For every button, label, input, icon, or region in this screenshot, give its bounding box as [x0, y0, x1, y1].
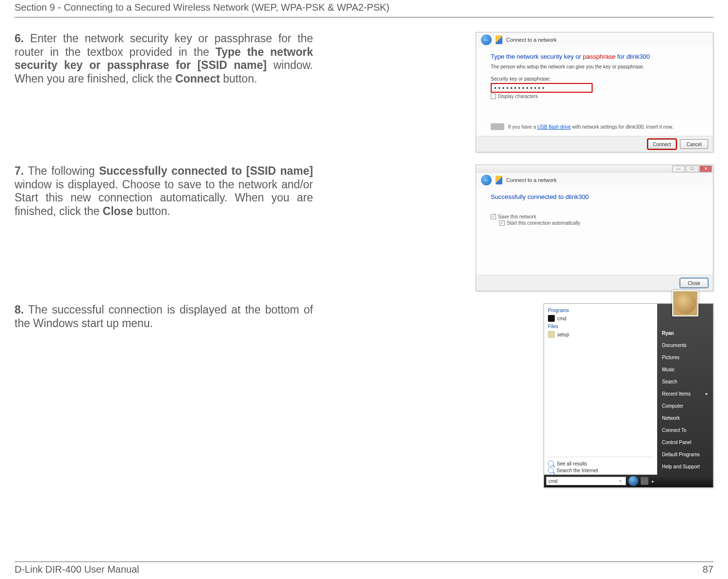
sidebar-item-music[interactable]: Music [662, 364, 708, 375]
usb-hint-a: If you have a [508, 124, 537, 130]
start-search-input[interactable]: cmd × [546, 477, 626, 485]
success-title: Successfully connected to dlink300 [491, 193, 698, 200]
search-icon [548, 467, 554, 473]
step-7-b1: Successfully connected to [SSID name] [99, 165, 313, 177]
step-6-p3: button. [220, 72, 257, 85]
sidebar-item-connect-to[interactable]: Connect To [662, 425, 708, 435]
sidebar-item-documents[interactable]: Documents [662, 340, 708, 350]
search-icon [548, 461, 554, 466]
display-characters-label: Display characters [498, 94, 538, 99]
step-6-screenshot: ← Connect to a network Type the network … [313, 32, 713, 152]
cmd-icon [548, 315, 555, 322]
clear-icon[interactable]: × [617, 478, 624, 484]
shield-icon [496, 176, 502, 184]
program-cmd-label: cmd [557, 316, 566, 321]
start-menu: Programs cmd Files setup [544, 303, 713, 488]
sidebar-item-search[interactable]: Search [662, 377, 708, 387]
sidebar-item-pictures[interactable]: Pictures [662, 352, 708, 363]
power-button[interactable] [628, 476, 639, 486]
start-menu-right: Ryan Documents Pictures Music Search Rec… [657, 304, 713, 475]
step-8-screenshot: Programs cmd Files setup [480, 303, 713, 488]
sidebar-item-user[interactable]: Ryan [662, 328, 708, 338]
field-label: Security key or passphrase: [491, 76, 698, 82]
chevron-right-icon: ▸ [706, 391, 708, 397]
search-internet[interactable]: Search the Internet [548, 467, 653, 474]
auto-start-label: Start this connection automatically [507, 220, 580, 226]
maximize-button[interactable]: ☐ [686, 165, 698, 172]
usb-link[interactable]: USB flash drive [537, 124, 571, 130]
save-network-checkbox[interactable] [491, 214, 496, 219]
close-window-button[interactable]: ✕ [699, 165, 712, 172]
sidebar-item-computer[interactable]: Computer [662, 401, 708, 411]
section-header: Section 9 - Connecting to a Secured Wire… [15, 0, 713, 17]
step-8-p1: The successful connection is displayed a… [15, 303, 313, 330]
connect-button[interactable]: Connect [648, 139, 676, 149]
step-8-number: 8. [15, 303, 24, 316]
dialog-nav: ← Connect to a network [476, 173, 713, 187]
divider [548, 457, 653, 457]
footer-left: D-Link DIR-400 User Manual [15, 564, 139, 575]
lock-icon[interactable] [641, 477, 648, 485]
chevron-right-icon[interactable]: ▸ [650, 477, 655, 485]
usb-hint-b: with network settings for dlink300, inse… [571, 124, 673, 130]
back-icon[interactable]: ← [481, 175, 492, 185]
titlebar: — ☐ ✕ [476, 165, 713, 173]
dialog-nav: ← Connect to a network [476, 33, 713, 47]
security-key-input[interactable]: ••••••••••••• [491, 83, 593, 93]
files-heading: Files [548, 324, 653, 329]
step-7-number: 7. [15, 165, 24, 177]
step-8-row: 8. The successful connection is displaye… [15, 303, 713, 488]
dialog-success: — ☐ ✕ ← Connect to a network Successfull… [476, 165, 713, 291]
dialog-title: Type the network security key or passphr… [491, 53, 698, 60]
sidebar-item-control-panel[interactable]: Control Panel [662, 437, 708, 447]
step-6-b2: Connect [175, 72, 220, 85]
sidebar-item-network[interactable]: Network [662, 413, 708, 423]
see-all-label: See all results [557, 461, 587, 466]
step-6-number: 6. [15, 32, 24, 45]
dialog-security-key: ← Connect to a network Type the network … [476, 32, 713, 152]
cancel-button[interactable]: Cancel [680, 139, 708, 149]
usb-hint: If you have a USB flash drive with netwo… [508, 124, 673, 130]
dialog-nav-label: Connect to a network [506, 177, 557, 183]
step-7-p3: button. [133, 205, 170, 217]
page-footer: D-Link DIR-400 User Manual 87 [15, 562, 713, 575]
step-6-row: 6. Enter the network security key or pas… [15, 32, 713, 152]
step-7-row: 7. The following Successfully connected … [15, 165, 713, 291]
dialog-title-b: passphrase [583, 53, 617, 60]
programs-heading: Programs [548, 308, 653, 313]
footer-page-number: 87 [703, 564, 713, 575]
dialog-subtext: The person who setup the network can giv… [491, 64, 698, 69]
minimize-button[interactable]: — [672, 165, 685, 172]
shield-icon [496, 35, 502, 44]
step-7-p1: The following [24, 165, 99, 177]
see-all-results[interactable]: See all results [548, 460, 653, 467]
display-characters-checkbox[interactable] [491, 94, 496, 99]
dialog-nav-label: Connect to a network [506, 37, 557, 43]
taskbar: cmd × ▸ [544, 475, 713, 487]
step-7-text: 7. The following Successfully connected … [15, 165, 313, 218]
start-menu-left: Programs cmd Files setup [544, 304, 657, 475]
back-icon[interactable]: ← [481, 34, 492, 45]
sidebar-item-recent[interactable]: Recent Items▸ [662, 389, 708, 399]
sidebar-item-default-programs[interactable]: Default Programs [662, 449, 708, 460]
sidebar-item-help[interactable]: Help and Support [662, 462, 708, 472]
file-setup-label: setup [557, 332, 569, 337]
usb-icon [491, 123, 504, 130]
search-input-value: cmd [548, 479, 558, 484]
search-internet-label: Search the Internet [557, 468, 598, 473]
recent-label: Recent Items [662, 391, 691, 397]
step-6-text: 6. Enter the network security key or pas… [15, 32, 313, 85]
file-item-setup[interactable]: setup [548, 330, 653, 339]
step-8-text: 8. The successful connection is displaye… [15, 303, 313, 330]
step-7-screenshot: — ☐ ✕ ← Connect to a network Successfull… [313, 165, 713, 291]
close-button[interactable]: Close [680, 278, 708, 288]
program-item-cmd[interactable]: cmd [548, 314, 653, 323]
avatar [672, 290, 698, 316]
save-network-label: Save this network [498, 214, 536, 219]
step-7-b2: Close [103, 205, 133, 217]
setup-icon [548, 331, 555, 338]
dialog-title-c: for dlink300 [617, 53, 650, 60]
dialog-title-a: Type the network security key or [491, 53, 583, 60]
auto-start-checkbox[interactable] [499, 220, 505, 226]
